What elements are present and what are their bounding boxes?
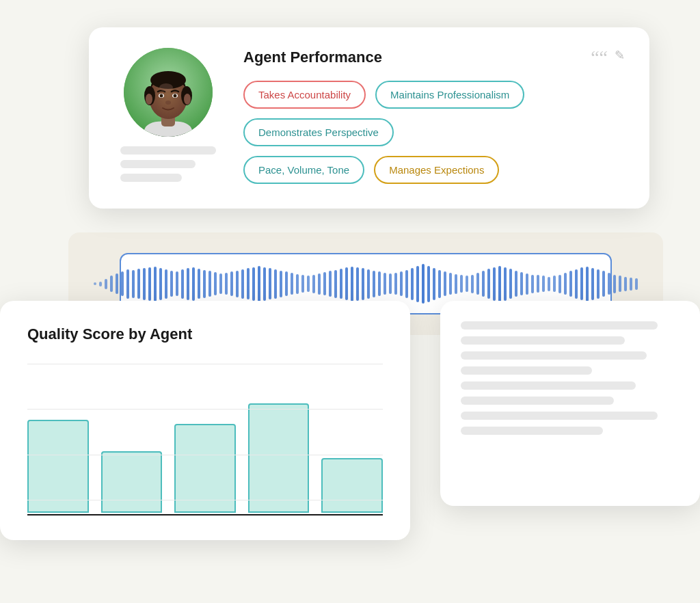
tag-takes-accountability[interactable]: Takes Accountability bbox=[243, 81, 366, 109]
wave-bar-91 bbox=[591, 268, 594, 300]
wave-bar-39 bbox=[307, 276, 310, 292]
wave-bar-9 bbox=[143, 268, 146, 300]
wave-bar-54 bbox=[389, 273, 392, 294]
wave-bar-5 bbox=[121, 271, 124, 296]
bar-3 bbox=[174, 376, 236, 513]
svg-point-11 bbox=[160, 94, 163, 98]
bar-4 bbox=[248, 376, 310, 513]
wave-bar-50 bbox=[367, 269, 370, 299]
wave-bar-42 bbox=[323, 272, 326, 295]
wave-bar-44 bbox=[334, 270, 337, 298]
wave-bar-51 bbox=[373, 271, 375, 297]
wave-bar-21 bbox=[208, 271, 211, 297]
wave-bar-59 bbox=[416, 266, 419, 302]
bar-5 bbox=[321, 376, 383, 513]
wave-bar-45 bbox=[340, 269, 342, 299]
wave-bar-60 bbox=[422, 264, 425, 304]
right-line-8 bbox=[461, 427, 603, 435]
wave-bar-72 bbox=[487, 269, 490, 299]
wave-bar-81 bbox=[537, 275, 539, 293]
wave-bar-64 bbox=[444, 271, 446, 296]
skeleton-line-2 bbox=[120, 160, 196, 168]
svg-point-15 bbox=[184, 94, 191, 105]
wave-bar-70 bbox=[476, 273, 479, 295]
wave-bar-57 bbox=[405, 270, 408, 298]
tag-pace-volume-tone[interactable]: Pace, Volume, Tone bbox=[243, 156, 364, 184]
tag-manages-expectations[interactable]: Manages Expections bbox=[374, 156, 499, 184]
avatar-section bbox=[113, 48, 223, 184]
wave-bar-22 bbox=[214, 272, 217, 295]
wave-bar-71 bbox=[482, 271, 485, 297]
skeleton-line-1 bbox=[120, 146, 216, 155]
right-line-6 bbox=[461, 397, 614, 405]
wave-bar-4 bbox=[116, 273, 118, 294]
chart-baseline bbox=[27, 514, 383, 515]
tag-maintains-professionalism[interactable]: Maintains Professionalism bbox=[375, 81, 524, 109]
svg-point-16 bbox=[159, 83, 173, 92]
wave-bar-66 bbox=[455, 274, 457, 294]
tags-row-2: Demonstrates Perspective bbox=[243, 118, 625, 146]
bar-fill-4 bbox=[248, 403, 310, 513]
tag-demonstrates-perspective[interactable]: Demonstrates Perspective bbox=[243, 118, 394, 146]
wave-bar-53 bbox=[383, 273, 386, 295]
wave-bar-16 bbox=[181, 269, 184, 299]
performance-section: Agent Performance ““ ✎ Takes Accountabil… bbox=[243, 48, 625, 184]
wave-bar-33 bbox=[274, 269, 277, 299]
profile-skeleton bbox=[120, 146, 216, 182]
wave-bar-13 bbox=[165, 269, 167, 299]
wave-bar-67 bbox=[460, 275, 463, 293]
wave-bar-83 bbox=[548, 277, 550, 291]
bar-fill-1 bbox=[27, 420, 89, 513]
wave-bar-73 bbox=[493, 267, 496, 301]
wave-bar-48 bbox=[356, 267, 359, 301]
header-icons: ““ ✎ bbox=[591, 48, 625, 67]
wave-bar-79 bbox=[526, 273, 528, 295]
wave-bar-68 bbox=[466, 276, 468, 292]
wave-bar-97 bbox=[624, 277, 627, 291]
wave-bar-49 bbox=[362, 268, 364, 300]
wave-bar-87 bbox=[569, 271, 572, 297]
wave-bar-65 bbox=[449, 273, 452, 295]
wave-bar-8 bbox=[137, 269, 140, 299]
wave-bar-2 bbox=[105, 279, 107, 289]
wave-bar-69 bbox=[471, 275, 474, 293]
wave-bar-80 bbox=[531, 275, 534, 293]
wave-bar-31 bbox=[263, 267, 266, 301]
wave-bar-98 bbox=[630, 278, 632, 291]
wave-bar-25 bbox=[230, 271, 233, 296]
performance-header: Agent Performance ““ ✎ bbox=[243, 48, 625, 67]
wave-bar-61 bbox=[427, 266, 430, 302]
quality-score-card: Quality Score by Agent bbox=[0, 301, 410, 540]
wave-bar-12 bbox=[159, 268, 162, 300]
wave-bar-28 bbox=[247, 268, 250, 299]
wave-bar-92 bbox=[597, 269, 600, 299]
wave-bar-89 bbox=[580, 267, 583, 300]
wave-bar-94 bbox=[608, 273, 610, 295]
bar-fill-3 bbox=[174, 424, 236, 513]
right-card-skeleton bbox=[461, 321, 679, 435]
wave-bar-52 bbox=[378, 271, 381, 296]
wave-bar-7 bbox=[132, 270, 135, 298]
wave-bar-35 bbox=[285, 271, 288, 296]
wave-bar-76 bbox=[509, 269, 512, 299]
tags-grid: Takes Accountability Maintains Professio… bbox=[243, 81, 625, 184]
right-info-card bbox=[440, 301, 700, 506]
right-line-7 bbox=[461, 412, 658, 420]
wave-bar-88 bbox=[575, 269, 578, 299]
right-line-3 bbox=[461, 351, 647, 360]
bar-1 bbox=[27, 376, 89, 513]
edit-icon[interactable]: ✎ bbox=[615, 48, 625, 67]
quality-score-title: Quality Score by Agent bbox=[27, 325, 383, 343]
wave-bar-90 bbox=[586, 267, 589, 302]
wave-bar-93 bbox=[602, 271, 605, 297]
agent-performance-card: Agent Performance ““ ✎ Takes Accountabil… bbox=[89, 27, 649, 209]
performance-title: Agent Performance bbox=[243, 49, 382, 66]
wave-bar-47 bbox=[351, 267, 353, 302]
scene: Agent Performance ““ ✎ Takes Accountabil… bbox=[0, 0, 700, 603]
wave-bar-1 bbox=[99, 282, 102, 286]
wave-bar-36 bbox=[291, 273, 293, 295]
wave-bar-10 bbox=[148, 267, 151, 301]
wave-bar-23 bbox=[219, 273, 222, 294]
wave-bar-85 bbox=[558, 275, 561, 293]
wave-bar-29 bbox=[252, 267, 255, 301]
